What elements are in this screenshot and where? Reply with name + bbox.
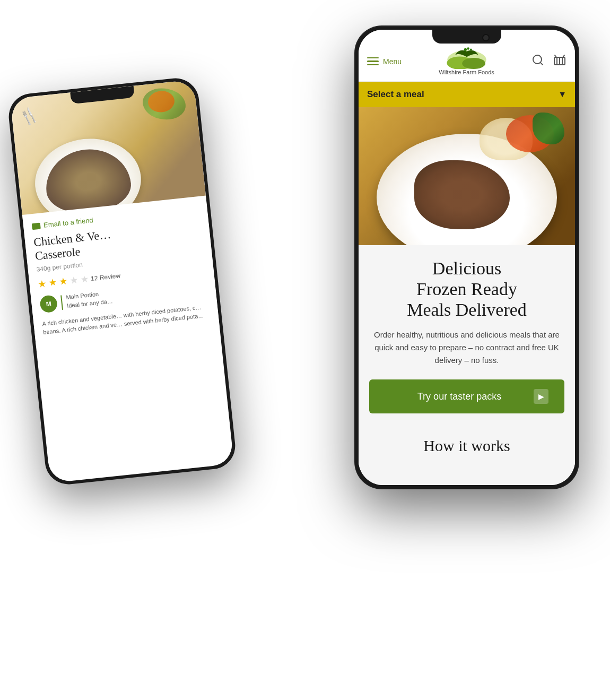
vol-down-button-back [14, 185, 18, 204]
hamburger-line-2 [367, 61, 379, 62]
how-it-works-heading: How it works [369, 437, 564, 455]
star-3: ★ [58, 275, 68, 288]
review-count-back: 12 Review [90, 272, 120, 282]
hero-food-image [359, 107, 575, 245]
svg-point-5 [470, 49, 472, 51]
hamburger-icon [367, 57, 379, 66]
search-icon-button[interactable] [531, 54, 544, 70]
main-heading: Delicious Frozen Ready Meals Delivered [369, 258, 564, 320]
cta-arrow-icon: ▶ [534, 389, 548, 404]
phone-back-inner: 🍴 Email to a friend Chicken & Ve… Casser… [10, 80, 234, 483]
content-section: Delicious Frozen Ready Meals Delivered O… [359, 245, 575, 426]
portion-badge-back: M [39, 295, 58, 313]
svg-line-7 [541, 62, 543, 64]
fork-icon: 🍴 [17, 105, 41, 128]
phone-back: 🍴 Email to a friend Chicken & Ve… Casser… [6, 76, 237, 487]
star-2: ★ [48, 276, 57, 289]
email-icon [32, 222, 41, 230]
meal-card-back: Email to a friend Chicken & Ve… Casserol… [22, 196, 220, 347]
phone-front-inner: Menu [359, 30, 575, 485]
vol-up-button-back [11, 159, 15, 178]
notch-front [432, 30, 501, 44]
logo-text: Wiltshire Farm Foods [439, 69, 494, 76]
menu-btn-inner: Menu [367, 57, 402, 66]
star-4: ★ [69, 274, 79, 287]
svg-point-2 [462, 58, 485, 69]
select-meal-arrow: ▼ [558, 90, 567, 99]
screen-content-front: Menu [359, 30, 575, 485]
phone-front: Menu [355, 27, 578, 488]
header-icons [531, 53, 567, 70]
menu-button[interactable]: Menu [367, 57, 402, 66]
cta-button-label: Try our taster packs [385, 391, 534, 402]
hamburger-line-3 [367, 64, 379, 66]
screen-content-back: 🍴 Email to a friend Chicken & Ve… Casser… [10, 80, 234, 483]
svg-point-4 [467, 47, 469, 49]
taster-packs-button[interactable]: Try our taster packs ▶ [369, 379, 564, 413]
sub-text: Order healthy, nutritious and delicious … [369, 329, 564, 367]
hamburger-line-1 [367, 57, 379, 59]
select-meal-dropdown[interactable]: Select a meal ▼ [359, 82, 575, 107]
how-it-works-section: How it works [359, 426, 575, 465]
logo-area[interactable]: Wiltshire Farm Foods [439, 47, 494, 76]
portion-divider [60, 295, 63, 310]
menu-label: Menu [383, 57, 402, 66]
power-button-back [205, 155, 210, 183]
portion-text-back: Main Portion Ideal for any da… [66, 289, 114, 310]
wff-logo-svg [446, 47, 488, 69]
select-meal-label: Select a meal [367, 89, 424, 100]
scene: 🍴 Email to a friend Chicken & Ve… Casser… [0, 0, 610, 700]
svg-point-3 [464, 48, 466, 51]
star-5: ★ [80, 273, 89, 286]
basket-icon-button[interactable] [553, 53, 567, 70]
star-1: ★ [38, 278, 47, 290]
